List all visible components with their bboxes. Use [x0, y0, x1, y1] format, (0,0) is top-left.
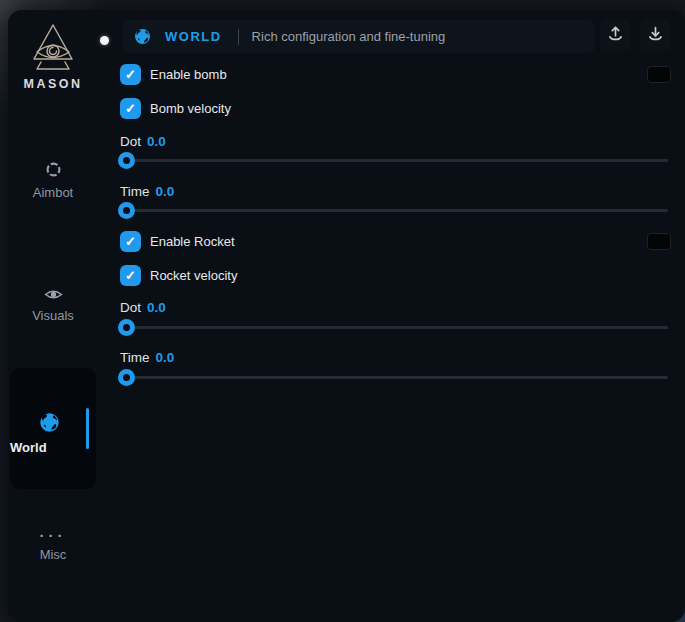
slider-value: 0.0 [147, 134, 166, 149]
slider-value: 0.0 [156, 350, 175, 365]
bomb-dot-slider-label: Dot0.0 [120, 134, 166, 149]
bomb-velocity-checkbox[interactable]: ✓ [120, 98, 141, 119]
sidebar-item-world-selected[interactable]: World [10, 368, 96, 489]
rocket-velocity-row: ✓ Rocket velocity [120, 265, 237, 286]
enable-rocket-row: ✓ Enable Rocket [120, 231, 235, 252]
sidebar-item-label: Visuals [8, 308, 98, 323]
checkbox-label: Bomb velocity [150, 101, 231, 116]
rocket-color-swatch[interactable] [647, 233, 671, 250]
main-panel: WORLD Rich configuration and fine-tuning… [110, 10, 685, 622]
sidebar: MASON Aimbot Visuals [8, 10, 110, 622]
enable-bomb-checkbox[interactable]: ✓ [120, 64, 141, 85]
crosshair-icon [8, 160, 98, 179]
page-subtitle: Rich configuration and fine-tuning [252, 29, 446, 44]
rocket-velocity-checkbox[interactable]: ✓ [120, 265, 141, 286]
sidebar-item-misc[interactable]: ··· Misc [8, 531, 98, 562]
rocket-dot-slider[interactable] [120, 319, 668, 336]
slider-track[interactable] [120, 376, 668, 379]
crosshair-dot [100, 36, 109, 45]
slider-name: Time [120, 350, 150, 365]
enable-bomb-row: ✓ Enable bomb [120, 64, 227, 85]
sidebar-item-label: World [10, 440, 88, 455]
slider-track[interactable] [120, 209, 668, 212]
download-config-button[interactable] [640, 19, 670, 52]
bomb-velocity-row: ✓ Bomb velocity [120, 98, 231, 119]
slider-thumb[interactable] [118, 319, 135, 336]
upload-config-button[interactable] [600, 19, 630, 52]
sidebar-item-visuals[interactable]: Visuals [8, 287, 98, 323]
slider-thumb[interactable] [118, 152, 135, 169]
masonic-eye-logo-icon [8, 23, 98, 73]
checkbox-label: Enable Rocket [150, 234, 235, 249]
mason-menu-window: MASON Aimbot Visuals [8, 10, 685, 622]
slider-thumb[interactable] [118, 369, 135, 386]
sidebar-item-label: Misc [8, 547, 98, 562]
slider-name: Dot [120, 134, 141, 149]
globe-icon [134, 28, 151, 45]
slider-value: 0.0 [147, 300, 166, 315]
bomb-dot-slider[interactable] [120, 152, 668, 169]
page-title: WORLD [165, 29, 222, 44]
slider-track[interactable] [120, 159, 668, 162]
slider-name: Time [120, 184, 150, 199]
eye-icon [8, 287, 98, 302]
sidebar-item-aimbot[interactable]: Aimbot [8, 160, 98, 200]
selected-tab-accent-bar [86, 408, 89, 449]
slider-track[interactable] [120, 326, 668, 329]
page-header[interactable]: WORLD Rich configuration and fine-tuning [123, 20, 595, 53]
ellipsis-icon: ··· [8, 531, 98, 541]
checkbox-label: Enable bomb [150, 67, 227, 82]
app-logo: MASON [8, 23, 98, 91]
rocket-dot-slider-label: Dot0.0 [120, 300, 166, 315]
header-divider [238, 29, 239, 45]
upload-icon [607, 25, 624, 46]
bomb-time-slider-label: Time0.0 [120, 184, 174, 199]
rocket-time-slider-label: Time0.0 [120, 350, 174, 365]
bomb-time-slider[interactable] [120, 202, 668, 219]
slider-value: 0.0 [156, 184, 175, 199]
download-icon [647, 25, 664, 46]
checkbox-label: Rocket velocity [150, 268, 237, 283]
enable-rocket-checkbox[interactable]: ✓ [120, 231, 141, 252]
app-logo-label: MASON [8, 77, 98, 91]
rocket-time-slider[interactable] [120, 369, 668, 386]
sidebar-item-label: Aimbot [8, 185, 98, 200]
slider-name: Dot [120, 300, 141, 315]
globe-icon [10, 412, 88, 433]
slider-thumb[interactable] [118, 202, 135, 219]
bomb-color-swatch[interactable] [647, 66, 671, 83]
